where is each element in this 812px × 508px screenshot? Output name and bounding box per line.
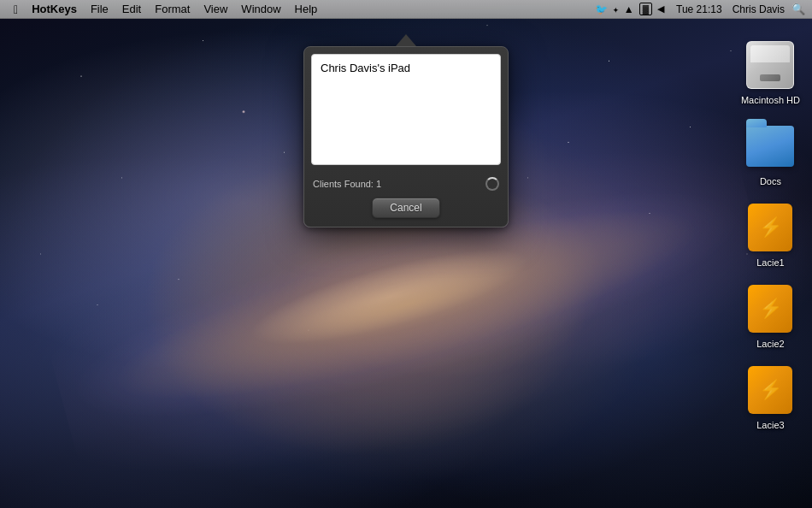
lacie3-icon-img: ⚡ [743, 363, 797, 417]
bluetooth-icon[interactable]: ✦ [613, 3, 619, 15]
user-icon[interactable]: 🔍 [791, 3, 805, 15]
list-item[interactable]: Chris Davis's iPad [317, 60, 495, 76]
dialog-buttons: Cancel [304, 198, 508, 227]
hd-graphic [746, 41, 794, 89]
lacie3-icon[interactable]: ⚡ Lacie3 [739, 359, 801, 434]
dialog: Chris Davis's iPad Clients Found: 1 Canc… [303, 34, 509, 227]
menubar-user[interactable]: Chris Davis [729, 0, 788, 19]
view-menu[interactable]: View [197, 0, 234, 19]
lacie1-icon-img: ⚡ [743, 200, 797, 255]
lacie1-label: Lacie1 [756, 257, 784, 268]
window-menu[interactable]: Window [234, 0, 287, 19]
app-name-menu[interactable]: HotKeys [25, 0, 84, 19]
docs-icon[interactable]: Docs [739, 115, 801, 190]
status-icons: 🐦 ✦ ▲ ▓ ◀ [595, 3, 664, 15]
file-menu[interactable]: File [84, 0, 115, 19]
dialog-arrow [396, 34, 416, 46]
macintosh-hd-icon-img [743, 38, 797, 92]
usb-symbol-2: ⚡ [759, 298, 782, 320]
loading-spinner [485, 177, 499, 191]
usb-graphic-2: ⚡ [748, 285, 792, 333]
docs-label: Docs [760, 176, 781, 186]
dialog-footer: Clients Found: 1 [304, 172, 508, 198]
lacie2-icon[interactable]: ⚡ Lacie2 [739, 278, 801, 352]
folder-graphic [746, 126, 794, 167]
docs-icon-img [743, 119, 797, 174]
help-menu[interactable]: Help [288, 0, 325, 19]
display-icon[interactable]: ◀ [657, 3, 664, 15]
battery-icon[interactable]: ▓ [639, 3, 652, 15]
cancel-button[interactable]: Cancel [372, 198, 439, 218]
usb-symbol-3: ⚡ [759, 379, 782, 401]
menubar:  HotKeys File Edit Format View Window H… [0, 0, 812, 19]
menubar-left:  HotKeys File Edit Format View Window H… [0, 0, 324, 19]
macintosh-hd-icon[interactable]: Macintosh HD [738, 34, 803, 109]
edit-menu[interactable]: Edit [115, 0, 148, 19]
dialog-body: Chris Davis's iPad Clients Found: 1 Canc… [303, 46, 509, 227]
menubar-right: 🐦 ✦ ▲ ▓ ◀ Tue 21:13 Chris Davis 🔍 [595, 0, 812, 19]
macintosh-hd-label: Macintosh HD [741, 95, 800, 105]
usb-graphic-3: ⚡ [748, 366, 792, 414]
dialog-list: Chris Davis's iPad [311, 54, 501, 165]
desktop:  HotKeys File Edit Format View Window H… [0, 0, 812, 508]
wifi-icon[interactable]: ▲ [624, 3, 634, 15]
menubar-time: Tue 21:13 [673, 0, 726, 19]
usb-graphic-1: ⚡ [748, 204, 792, 251]
lacie2-icon-img: ⚡ [743, 281, 797, 336]
lacie2-label: Lacie2 [756, 339, 784, 349]
format-menu[interactable]: Format [148, 0, 197, 19]
usb-symbol-1: ⚡ [759, 216, 782, 239]
clients-found-text: Clients Found: 1 [313, 179, 381, 189]
desktop-icons: Macintosh HD Docs ⚡ Lacie1 ⚡ Lacie2 [738, 34, 803, 434]
apple-menu-icon[interactable]:  [7, 0, 25, 19]
lacie1-icon[interactable]: ⚡ Lacie1 [739, 197, 801, 271]
twitter-icon[interactable]: 🐦 [595, 3, 608, 15]
lacie3-label: Lacie3 [756, 420, 784, 430]
